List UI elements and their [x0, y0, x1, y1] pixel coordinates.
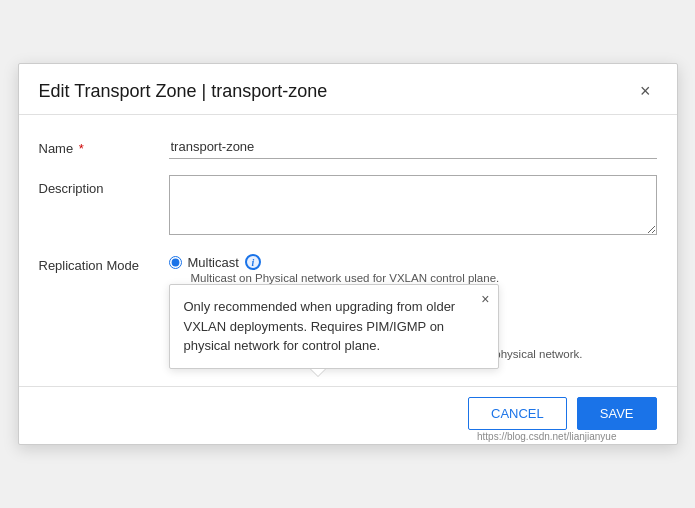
save-button[interactable]: SAVE — [577, 397, 657, 430]
multicast-label: Multicast — [188, 255, 239, 270]
description-label: Description — [39, 175, 169, 196]
tooltip-text: Only recommended when upgrading from old… — [184, 299, 456, 353]
dialog-close-button[interactable]: × — [634, 80, 657, 102]
cancel-button[interactable]: CANCEL — [468, 397, 567, 430]
replication-label: Replication Mode — [39, 254, 169, 273]
watermark: https://blog.csdn.net/lianjianyue — [477, 431, 617, 442]
name-field — [169, 135, 657, 159]
multicast-info-icon[interactable]: i — [245, 254, 261, 270]
description-input[interactable] — [169, 175, 657, 235]
required-indicator: * — [75, 141, 84, 156]
edit-transport-zone-dialog: Edit Transport Zone | transport-zone × N… — [18, 63, 678, 445]
name-row: Name * — [39, 135, 657, 159]
replication-row: Replication Mode Multicast i Multicast o… — [39, 254, 657, 368]
description-field — [169, 175, 657, 238]
dialog-footer: CANCEL SAVE https://blog.csdn.net/lianji… — [19, 386, 677, 444]
multicast-option: Multicast i Multicast on Physical networ… — [169, 254, 657, 284]
multicast-desc: Multicast on Physical network used for V… — [191, 272, 657, 284]
description-row: Description — [39, 175, 657, 238]
tooltip-close-button[interactable]: × — [481, 291, 489, 307]
name-label: Name * — [39, 135, 169, 156]
name-input[interactable] — [169, 135, 657, 159]
dialog-title: Edit Transport Zone | transport-zone — [39, 81, 328, 102]
multicast-radio[interactable] — [169, 256, 182, 269]
dialog-body: Name * Description Replication Mode Mult… — [19, 115, 677, 386]
tooltip-popup: × Only recommended when upgrading from o… — [169, 284, 499, 369]
dialog-header: Edit Transport Zone | transport-zone × — [19, 64, 677, 115]
